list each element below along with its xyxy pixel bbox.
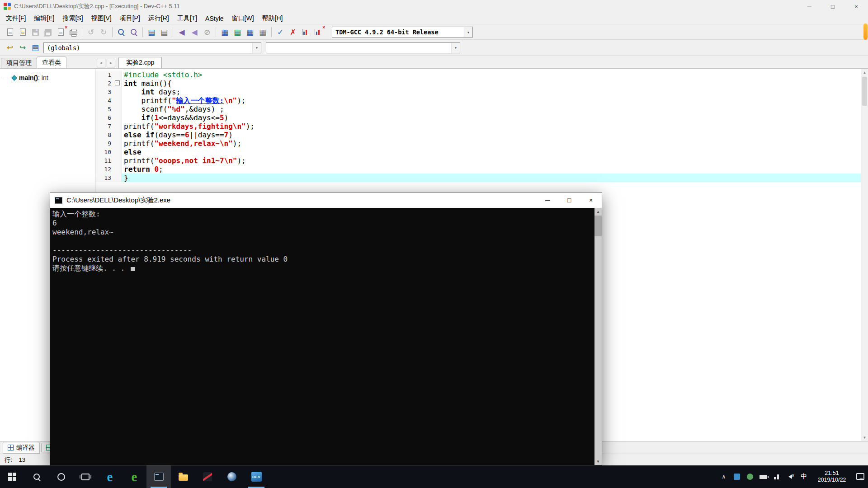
- tray-icon-1[interactable]: [733, 474, 741, 480]
- code-line-8[interactable]: 8else if(days==6||days==7): [95, 131, 861, 139]
- line-number[interactable]: 3: [95, 88, 113, 96]
- code-line-2[interactable]: 2−int main(){: [95, 79, 861, 88]
- taskbar-devcpp-button[interactable]: [244, 465, 269, 488]
- globals-select[interactable]: (globals) ▾: [43, 42, 261, 53]
- goto-declaration-button[interactable]: ↩: [4, 42, 16, 54]
- new-source-button[interactable]: [4, 26, 16, 38]
- menu-item-8[interactable]: AStyle: [201, 14, 227, 23]
- profile-analysis-button[interactable]: [299, 26, 312, 38]
- tab-scroll-left-button[interactable]: ◄: [97, 59, 105, 67]
- taskbar-console-button[interactable]: [146, 465, 171, 488]
- undo-button[interactable]: ↺: [85, 26, 97, 38]
- scrollbar-thumb[interactable]: [862, 77, 867, 106]
- class-browser-button[interactable]: ▤: [29, 42, 42, 54]
- code-area[interactable]: 1#include <stdio.h>2−int main(){3 int da…: [95, 70, 861, 182]
- menu-item-2[interactable]: 编辑[E]: [30, 13, 58, 24]
- find-button[interactable]: [115, 26, 127, 38]
- goto-definition-button[interactable]: ↪: [16, 42, 29, 54]
- tray-volume[interactable]: [786, 474, 794, 479]
- members-select[interactable]: ▾: [266, 42, 460, 53]
- menu-item-4[interactable]: 视图[V]: [87, 13, 116, 24]
- code-line-4[interactable]: 4 printf("输入一个整数:\n");: [95, 96, 861, 105]
- tree-item-main[interactable]: main() : int: [0, 74, 95, 81]
- save-project-button[interactable]: ▦: [244, 26, 256, 38]
- console-window[interactable]: C:\Users\DELL\Desktop\实验2.exe ─ □ × 输入一个…: [50, 192, 602, 465]
- tray-icon-2[interactable]: [746, 474, 754, 480]
- cortana-button[interactable]: [49, 465, 73, 488]
- task-view-button[interactable]: [73, 465, 98, 488]
- menu-item-9[interactable]: 窗口[W]: [228, 13, 258, 24]
- menu-item-1[interactable]: 文件[F]: [2, 13, 30, 24]
- taskbar-app2-button[interactable]: [220, 465, 244, 488]
- save-all-button[interactable]: [42, 26, 54, 38]
- code-line-9[interactable]: 9printf("weekend,relax~\n");: [95, 139, 861, 148]
- tray-network[interactable]: [773, 474, 780, 479]
- line-number[interactable]: 5: [95, 105, 113, 113]
- taskbar-clock[interactable]: 21:51 2019/10/22: [813, 470, 850, 483]
- editor-tab[interactable]: 实验2.cpp: [118, 57, 162, 68]
- menu-item-6[interactable]: 运行[R]: [144, 13, 173, 24]
- tray-expand-button[interactable]: ∧: [720, 474, 727, 480]
- tab-scroll-right-button[interactable]: ►: [107, 59, 115, 67]
- start-button[interactable]: [0, 465, 24, 488]
- line-number[interactable]: 2: [95, 79, 113, 88]
- minimize-button[interactable]: ─: [797, 0, 821, 13]
- print-button[interactable]: [67, 26, 80, 38]
- compiler-select[interactable]: TDM-GCC 4.9.2 64-bit Release ▾: [332, 27, 473, 38]
- close-file-button[interactable]: ×: [54, 26, 67, 38]
- tray-battery[interactable]: [760, 475, 767, 479]
- close-project-button[interactable]: ▦: [256, 26, 269, 38]
- taskbar-search-button[interactable]: [24, 465, 49, 488]
- scroll-down-icon[interactable]: ▼: [594, 458, 602, 465]
- close-button[interactable]: ×: [844, 0, 868, 13]
- compile-button[interactable]: ▤: [145, 26, 158, 38]
- menu-item-3[interactable]: 搜索[S]: [58, 13, 87, 24]
- scrollbar-thumb[interactable]: [594, 216, 602, 236]
- menu-item-5[interactable]: 项目[P]: [116, 13, 144, 24]
- sidebar-tab-2[interactable]: 查看类: [37, 56, 66, 68]
- line-number[interactable]: 13: [95, 174, 113, 182]
- code-line-5[interactable]: 5 scanf("%d",&days) ;: [95, 105, 861, 113]
- editor-vscrollbar[interactable]: ▲ ▼: [861, 69, 868, 441]
- fold-marker[interactable]: −: [115, 80, 120, 85]
- line-number[interactable]: 12: [95, 165, 113, 174]
- action-center-button[interactable]: [856, 474, 864, 480]
- replace-button[interactable]: [127, 26, 140, 38]
- run-button[interactable]: ▤: [158, 26, 170, 38]
- scroll-down-icon[interactable]: ▼: [861, 434, 868, 441]
- menu-item-7[interactable]: 工具[T]: [173, 13, 201, 24]
- save-button[interactable]: [29, 26, 42, 38]
- open-file-button[interactable]: [16, 26, 29, 38]
- taskbar-app1-button[interactable]: [195, 465, 220, 488]
- compile-and-run-button[interactable]: ◀: [175, 26, 188, 38]
- ime-indicator[interactable]: 中: [800, 473, 807, 481]
- code-line-6[interactable]: 6 if(1<=days&&days<=5): [95, 113, 861, 122]
- scroll-up-icon[interactable]: ▲: [594, 208, 602, 215]
- delete-profiling-button[interactable]: ×: [312, 26, 325, 38]
- tab-compiler[interactable]: 编译器: [3, 442, 40, 454]
- sidebar-tab-1[interactable]: 项目管理: [1, 58, 37, 68]
- line-number[interactable]: 10: [95, 148, 113, 156]
- line-number[interactable]: 7: [95, 122, 113, 131]
- console-vscrollbar[interactable]: ▲ ▼: [594, 208, 602, 465]
- console-close-button[interactable]: ×: [580, 192, 602, 208]
- rebuild-all-button[interactable]: ◀: [188, 26, 201, 38]
- taskbar-explorer-button[interactable]: [171, 465, 195, 488]
- line-number[interactable]: 1: [95, 70, 113, 79]
- code-line-12[interactable]: 12return 0;: [95, 165, 861, 174]
- console-maximize-button[interactable]: □: [558, 192, 580, 208]
- code-line-13[interactable]: 13}: [95, 174, 861, 182]
- taskbar-edge-button[interactable]: [98, 465, 122, 488]
- console-body[interactable]: 输入一个整数:6weekend,relax~------------------…: [50, 208, 602, 465]
- scroll-up-icon[interactable]: ▲: [861, 69, 868, 76]
- code-line-11[interactable]: 11printf("ooops,not in1~7\n");: [95, 156, 861, 165]
- redo-button[interactable]: ↻: [97, 26, 110, 38]
- line-number[interactable]: 8: [95, 131, 113, 139]
- syntax-check-button[interactable]: ✓: [274, 26, 287, 38]
- new-project-button[interactable]: ▦: [218, 26, 231, 38]
- clean-button[interactable]: ✗: [287, 26, 299, 38]
- code-line-3[interactable]: 3 int days;: [95, 88, 861, 96]
- open-project-button[interactable]: ▦: [231, 26, 244, 38]
- taskbar-ie-button[interactable]: [122, 465, 146, 488]
- line-number[interactable]: 11: [95, 156, 113, 165]
